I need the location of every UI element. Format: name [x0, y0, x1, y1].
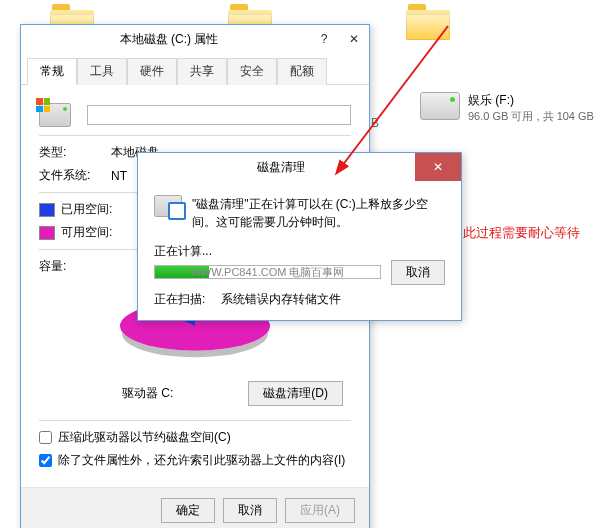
drive-icon [420, 92, 460, 120]
annotation-text: 此过程需要耐心等待 [463, 224, 580, 242]
cancel-button[interactable]: 取消 [223, 498, 277, 523]
tab-tools[interactable]: 工具 [77, 58, 127, 85]
used-swatch [39, 203, 55, 217]
compress-label: 压缩此驱动器以节约磁盘空间(C) [58, 429, 231, 446]
cleanup-close-button[interactable]: ✕ [415, 153, 461, 181]
drive-size: 96.0 GB 可用 , 共 104 GB [468, 109, 594, 124]
disk-cleanup-button[interactable]: 磁盘清理(D) [248, 381, 343, 406]
tab-bar: 常规 工具 硬件 共享 安全 配额 [21, 53, 369, 85]
folder-icon[interactable] [406, 0, 454, 40]
scanning-label: 正在扫描: [154, 291, 205, 308]
tab-security[interactable]: 安全 [227, 58, 277, 85]
fs-label: 文件系统: [39, 167, 111, 184]
window-title: 本地磁盘 (C:) 属性 [29, 31, 309, 48]
ok-button[interactable]: 确定 [161, 498, 215, 523]
scanning-value: 系统错误内存转储文件 [221, 291, 341, 308]
stray-text: B [371, 116, 379, 130]
type-label: 类型: [39, 144, 111, 161]
index-checkbox[interactable] [39, 454, 52, 467]
cleanup-message: "磁盘清理"正在计算可以在 (C:)上释放多少空间。这可能需要几分钟时间。 [192, 195, 445, 231]
index-checkbox-row[interactable]: 除了文件属性外，还允许索引此驱动器上文件的内容(I) [39, 452, 351, 469]
tab-sharing[interactable]: 共享 [177, 58, 227, 85]
compress-checkbox[interactable] [39, 431, 52, 444]
apply-button[interactable]: 应用(A) [285, 498, 355, 523]
used-label: 已用空间: [61, 201, 112, 218]
capacity-label: 容量: [39, 258, 111, 275]
calculating-label: 正在计算... [154, 243, 445, 260]
fs-value: NT [111, 169, 127, 183]
index-label: 除了文件属性外，还允许索引此驱动器上文件的内容(I) [58, 452, 345, 469]
free-swatch [39, 226, 55, 240]
drive-item-f[interactable]: 娱乐 (F:) 96.0 GB 可用 , 共 104 GB [420, 92, 594, 124]
free-label: 可用空间: [61, 224, 112, 241]
compress-checkbox-row[interactable]: 压缩此驱动器以节约磁盘空间(C) [39, 429, 351, 446]
drive-c-icon [39, 103, 71, 127]
cleanup-title: 磁盘清理 [146, 159, 415, 176]
help-button[interactable]: ? [309, 25, 339, 53]
titlebar[interactable]: 本地磁盘 (C:) 属性 ? ✕ [21, 25, 369, 53]
drive-caption: 驱动器 C: [122, 385, 173, 402]
cleanup-cancel-button[interactable]: 取消 [391, 260, 445, 285]
disk-cleanup-window: 磁盘清理 ✕ "磁盘清理"正在计算可以在 (C:)上释放多少空间。这可能需要几分… [137, 152, 462, 321]
cleanup-progress: WWW.PC841.COM 电脑百事网 [154, 265, 381, 279]
drive-label-input[interactable] [87, 105, 351, 125]
tab-hardware[interactable]: 硬件 [127, 58, 177, 85]
tab-general[interactable]: 常规 [27, 58, 77, 85]
tab-quota[interactable]: 配额 [277, 58, 327, 85]
close-button[interactable]: ✕ [339, 25, 369, 53]
watermark-text: WWW.PC841.COM 电脑百事网 [190, 264, 344, 279]
cleanup-titlebar[interactable]: 磁盘清理 ✕ [138, 153, 461, 181]
cleanup-icon [154, 195, 182, 217]
drive-name: 娱乐 (F:) [468, 92, 594, 109]
